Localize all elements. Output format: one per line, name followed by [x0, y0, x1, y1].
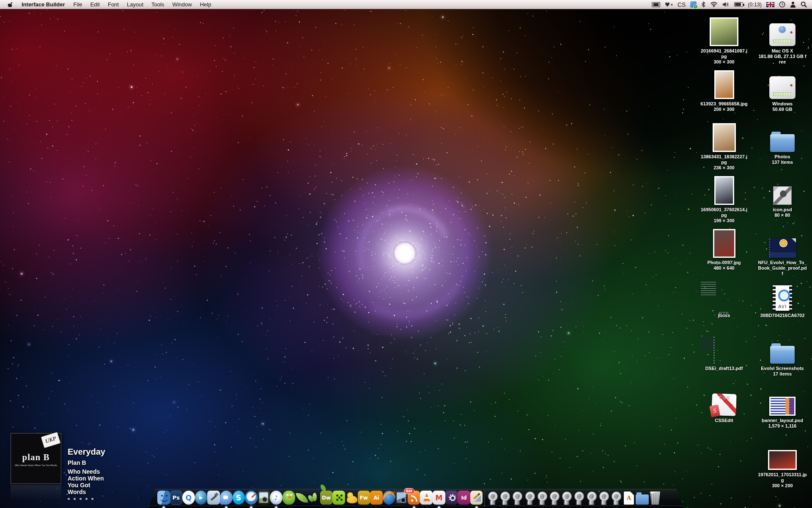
- volume-icon[interactable]: [722, 0, 730, 9]
- dock-vlc[interactable]: [420, 489, 433, 505]
- user-icon[interactable]: [790, 2, 796, 8]
- dock-document-a[interactable]: A: [623, 489, 636, 505]
- display-icon[interactable]: [652, 2, 660, 7]
- apple-menu-icon[interactable]: [8, 1, 14, 8]
- menu-window[interactable]: Window: [172, 1, 192, 8]
- desktop-icon-evolvi-screenshots[interactable]: Evolvi Screenshots 17 items: [756, 331, 809, 377]
- dock-green-dots[interactable]: [332, 489, 345, 505]
- dock-iphoto[interactable]: [258, 489, 270, 505]
- dock-webloc[interactable]: [585, 489, 598, 505]
- flag-uk-icon[interactable]: [766, 2, 774, 7]
- dock-ichat[interactable]: [220, 489, 233, 505]
- rating-dot[interactable]: [85, 498, 88, 500]
- album-cover[interactable]: UKP plan B Who Needs Action When You Got…: [11, 433, 61, 484]
- wifi-icon[interactable]: [710, 0, 718, 9]
- dock-webloc[interactable]: [511, 489, 524, 505]
- dock-illustrator[interactable]: Ai: [370, 489, 383, 505]
- desktop-icon-13863431-18382227-jpg[interactable]: 13863431_18382227.jpg 236 × 300: [698, 120, 750, 171]
- photo-preview: [769, 451, 796, 469]
- dock-webloc[interactable]: [486, 489, 499, 505]
- dock-webloc[interactable]: [536, 489, 548, 505]
- menu-layout[interactable]: Layout: [127, 1, 143, 8]
- desktop-icon-30bd704216ca6702[interactable]: AVI 30BD704216CA6702: [756, 279, 809, 318]
- dock-webloc[interactable]: [573, 489, 585, 505]
- dock-interface-builder[interactable]: [470, 489, 483, 505]
- running-indicator: [475, 506, 478, 508]
- dock-trash[interactable]: [649, 489, 662, 505]
- dock-webloc[interactable]: [561, 489, 573, 505]
- dock-documents-folder[interactable]: [636, 489, 649, 505]
- battery-icon[interactable]: [734, 2, 743, 7]
- dock-media-player[interactable]: ▶: [195, 489, 208, 505]
- dock-fireworks[interactable]: Fw: [358, 489, 370, 505]
- ichat-icon: [220, 491, 233, 505]
- pdf-dark-thumbnail: [769, 238, 796, 258]
- skype-icon: S: [233, 491, 245, 505]
- rating-dot[interactable]: [74, 498, 76, 500]
- dock-indesign[interactable]: Id: [458, 489, 470, 505]
- rating-dot[interactable]: [68, 498, 70, 500]
- desktop-icon-banner-layout-psd[interactable]: banner_layout.psd 1,579 × 1,116: [756, 384, 809, 429]
- dock-mail[interactable]: M: [433, 489, 445, 505]
- dropbox-icon[interactable]: [690, 1, 697, 8]
- spotlight-icon[interactable]: [801, 0, 807, 9]
- album-cover-subtitle: Who Needs Action When You Got Words: [13, 464, 59, 467]
- desktop-icon-mac-os-x[interactable]: Mac OS X 181.88 GB, 27.13 GB free: [756, 14, 809, 65]
- dock-safari[interactable]: [245, 489, 258, 505]
- track-title: Everyday: [68, 447, 105, 457]
- menu-file[interactable]: File: [74, 1, 82, 8]
- menu-bar: Interface Builder FileEditFontLayoutTool…: [0, 0, 812, 9]
- dock-photoshop[interactable]: Ps: [170, 489, 183, 505]
- dock-webloc[interactable]: [524, 489, 536, 505]
- menu-help[interactable]: Help: [200, 1, 211, 8]
- dock-finder[interactable]: [157, 489, 170, 505]
- desktop-icon-19762011-17013311-jpg[interactable]: 19762011_17013311.jpg 300 × 200: [756, 438, 809, 489]
- rating-dots[interactable]: [68, 498, 105, 500]
- bluetooth-icon[interactable]: [701, 0, 705, 9]
- desktop-icon-613923-99665658-jpg[interactable]: 613923_99665658.jpg 200 × 300: [698, 67, 750, 112]
- dock-green-lotus[interactable]: [307, 489, 320, 505]
- dock-xcode[interactable]: [207, 489, 220, 505]
- heart-menu-icon[interactable]: [665, 0, 673, 9]
- desktop-icon-jboss[interactable]: RTF jboss: [698, 279, 750, 318]
- dock-webloc[interactable]: [499, 489, 511, 505]
- dock-adium[interactable]: [283, 489, 295, 505]
- dock-rss-reader[interactable]: 848: [408, 489, 420, 505]
- running-indicator: [437, 506, 441, 508]
- dock-itunes[interactable]: ♪: [270, 489, 283, 505]
- dock-firefox[interactable]: [383, 489, 395, 505]
- illustrator-icon: Ai: [370, 491, 383, 505]
- trash-icon: [649, 491, 661, 505]
- dock-dreamweaver[interactable]: Dw: [320, 489, 333, 505]
- desktop-icon-icon-psd[interactable]: icon.psd 80 × 80: [756, 173, 809, 218]
- dock-quicktime[interactable]: Q: [182, 489, 195, 505]
- desktop-icon-windows[interactable]: Windows 50.69 GB: [756, 67, 809, 112]
- dock-webloc[interactable]: [610, 489, 622, 505]
- desktop-icon-16950601-37602614-jpg[interactable]: 16950601_37602614.jpg 199 × 300: [698, 173, 750, 224]
- dock-coda[interactable]: [295, 489, 308, 505]
- dock-skype[interactable]: S: [233, 489, 245, 505]
- desktop-icon-20166941-26841087-jpg[interactable]: 20166941_26841087.jpg 300 × 300: [698, 14, 750, 65]
- coversutra-icon[interactable]: CS: [678, 0, 686, 9]
- desktop-icon-photos[interactable]: Photos 137 items: [756, 120, 809, 165]
- desktop-icon-nfu-evolvi-how-to-book-guide-proof-pdf[interactable]: NFU_Evolvi_How_To_Book_Guide_proof.pdf: [756, 226, 809, 276]
- menu-edit[interactable]: Edit: [91, 1, 100, 8]
- desktop-icon-cssedit[interactable]: CSSEdit: [698, 384, 750, 423]
- menu-font[interactable]: Font: [108, 1, 119, 8]
- clock-icon[interactable]: [779, 0, 785, 9]
- active-app-menu[interactable]: Interface Builder: [22, 1, 65, 8]
- rating-dot[interactable]: [91, 498, 93, 500]
- desktop-icon-photo-0097-jpg[interactable]: Photo-0097.jpg 480 × 640: [698, 226, 750, 271]
- rating-dot[interactable]: [80, 498, 82, 500]
- battery-time[interactable]: (0:13): [748, 0, 762, 9]
- desktop-icon-dsei-draft13-pdf[interactable]: DSEi_draft13.pdf: [698, 331, 750, 371]
- dock-webloc[interactable]: [548, 489, 560, 505]
- dock-cyberduck[interactable]: [345, 489, 358, 505]
- menu-tools[interactable]: Tools: [151, 1, 164, 8]
- interface-builder-icon: [470, 491, 483, 505]
- dock-webloc[interactable]: [598, 489, 610, 505]
- dock-gear-utility[interactable]: [445, 489, 458, 505]
- running-indicator: [274, 506, 278, 508]
- photo-thumbnail: [710, 17, 738, 46]
- green-lotus-icon: [307, 491, 320, 505]
